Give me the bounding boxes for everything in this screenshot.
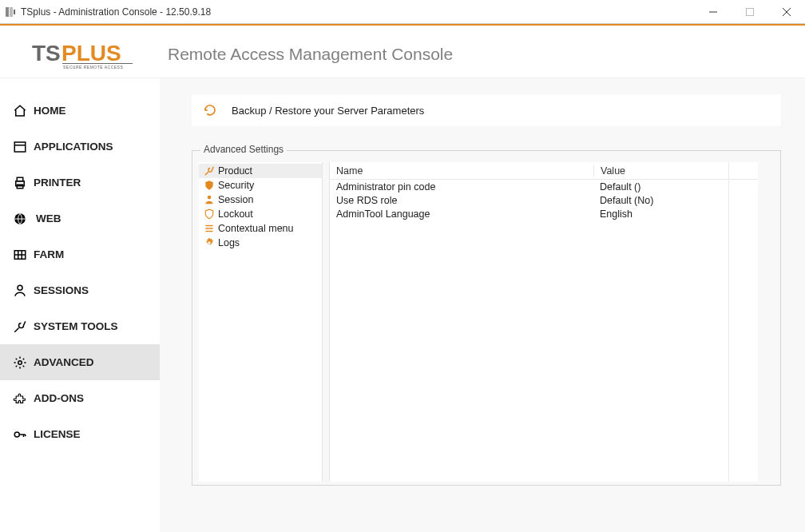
home-icon [11,104,29,118]
person-icon [11,284,29,298]
fieldset-legend: Advanced Settings [200,144,287,155]
sidebar-item-advanced[interactable]: ADVANCED [0,344,160,380]
advanced-settings-panel: Advanced Settings Product Security [192,150,781,486]
backup-restore-button[interactable]: Backup / Restore your Server Parameters [192,94,781,126]
column-value[interactable]: Value [593,165,758,177]
sidebar-item-label: APPLICATIONS [34,141,113,153]
category-label: Product [218,165,252,177]
restore-icon [203,103,220,117]
table-row[interactable]: AdminTool Language English [330,207,758,220]
svg-rect-1 [10,7,13,17]
sidebar-item-license[interactable]: LICENSE [0,416,160,452]
svg-point-22 [18,360,22,364]
svg-rect-0 [6,7,9,17]
settings-table: Name Value Administrator pin code Defaul… [329,162,758,482]
svg-rect-9 [62,63,133,64]
category-session[interactable]: Session [199,193,322,207]
cell-value: Default () [593,181,758,193]
category-logs[interactable]: Logs [199,236,322,250]
sidebar-item-add-ons[interactable]: ADD-ONS [0,380,160,416]
svg-point-23 [14,432,19,437]
window-title: TSplus - Administration Console - 12.50.… [21,6,211,18]
gear-icon [204,237,218,248]
category-label: Session [218,194,253,205]
cell-name: Administrator pin code [330,181,593,193]
category-security[interactable]: Security [199,178,322,193]
minimize-button[interactable] [695,0,732,24]
puzzle-icon [11,391,29,406]
sidebar-item-label: LICENSE [34,428,81,440]
menu-icon [204,223,218,234]
category-label: Lockout [218,208,253,220]
cell-name: AdminTool Language [330,208,593,220]
content-area: Backup / Restore your Server Parameters … [160,78,805,532]
column-name[interactable]: Name [330,165,593,177]
titlebar: TSplus - Administration Console - 12.50.… [0,0,805,24]
category-list: Product Security Session [199,162,323,482]
shield-lock-icon [204,208,218,220]
sidebar-item-label: ADVANCED [34,356,94,368]
globe-icon [11,212,29,226]
sidebar-item-home[interactable]: HOME [0,93,160,129]
person-icon [204,194,218,205]
table-row[interactable]: Use RDS role Default (No) [330,193,758,207]
close-button[interactable] [768,0,805,24]
svg-text:SECURE REMOTE ACCESS: SECURE REMOTE ACCESS [63,65,123,69]
svg-point-21 [18,285,22,290]
grid-icon [11,248,29,262]
sidebar-item-label: PRINTER [34,177,81,189]
cell-value: Default (No) [593,195,758,206]
app-title: Remote Access Management Console [168,45,453,64]
accent-rule [0,24,805,26]
svg-point-27 [208,196,212,200]
gear-icon [11,355,29,370]
sidebar-item-applications[interactable]: APPLICATIONS [0,129,160,165]
sidebar-item-system-tools[interactable]: SYSTEM TOOLS [0,308,160,344]
sidebar-item-label: ADD-ONS [34,392,84,404]
svg-rect-14 [17,177,23,181]
sidebar-item-farm[interactable]: FARM [0,236,160,272]
wrench-icon [11,320,29,334]
svg-point-32 [208,241,211,244]
cell-value: English [593,208,758,220]
app-icon [5,6,16,18]
category-contextual-menu[interactable]: Contextual menu [199,221,322,236]
svg-text:TS: TS [32,41,61,66]
svg-rect-4 [747,8,754,15]
backup-label: Backup / Restore your Server Parameters [232,105,424,117]
sidebar-item-label: HOME [34,105,66,117]
sidebar-item-printer[interactable]: PRINTER [0,165,160,200]
sidebar-item-label: SESSIONS [34,284,89,296]
cell-name: Use RDS role [330,195,593,206]
svg-rect-11 [14,142,26,152]
category-lockout[interactable]: Lockout [199,207,322,221]
window-icon [11,140,29,154]
logo: TS PLUS SECURE REMOTE ACCESS [32,38,144,70]
category-label: Security [218,180,254,191]
printer-icon [11,176,29,190]
sidebar-item-label: SYSTEM TOOLS [34,320,118,332]
category-product[interactable]: Product [199,164,322,178]
sidebar-item-label: WEB [36,212,61,224]
category-label: Contextual menu [218,223,294,234]
table-divider [728,162,729,482]
sidebar-item-label: FARM [34,248,64,260]
table-row[interactable]: Administrator pin code Default () [330,180,758,193]
key-icon [11,427,29,442]
shield-icon [204,180,218,191]
table-header: Name Value [330,162,758,180]
header: TS PLUS SECURE REMOTE ACCESS Remote Acce… [0,30,805,78]
category-label: Logs [218,237,240,248]
svg-rect-2 [14,10,15,14]
maximize-button[interactable] [732,0,768,24]
svg-text:PLUS: PLUS [61,41,121,66]
sidebar-item-web[interactable]: WEB [0,200,160,236]
wrench-icon [204,165,218,177]
sidebar: HOME APPLICATIONS PRINTER WEB FARM [0,78,160,532]
sidebar-item-sessions[interactable]: SESSIONS [0,272,160,308]
